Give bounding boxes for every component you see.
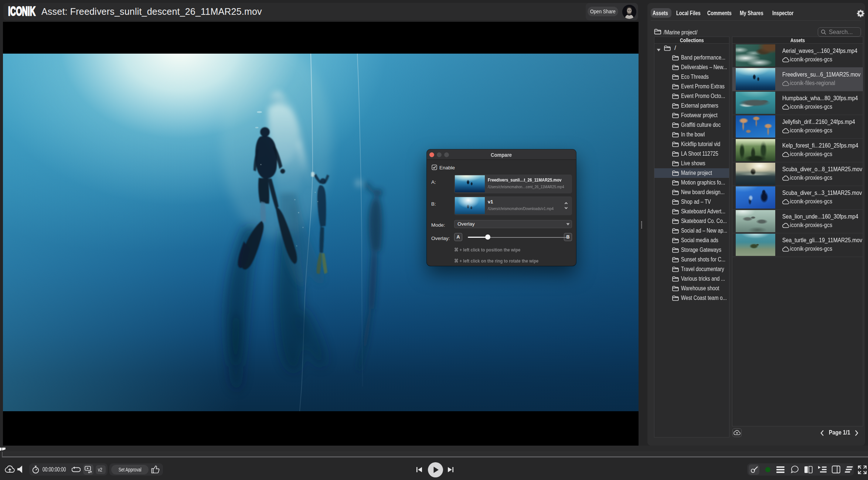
svg-text:ICONIK: ICONIK <box>8 5 35 17</box>
